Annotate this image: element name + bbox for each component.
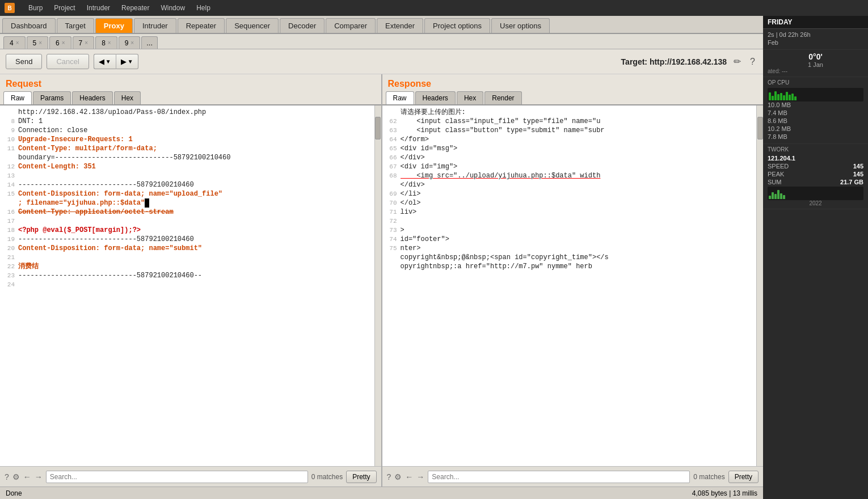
sidebar-time-info: 2s | 0d 22h 26h Feb bbox=[763, 29, 868, 50]
code-line: 73 > bbox=[382, 226, 757, 235]
peak-row: PEAK 145 bbox=[768, 171, 863, 177]
response-forward-search-button[interactable]: → bbox=[416, 472, 424, 481]
response-code-area[interactable]: 请选择要上传的图片: 62 <input class="input_file" … bbox=[382, 105, 757, 466]
menu-burp[interactable]: Burp bbox=[24, 3, 47, 13]
response-scrollbar-thumb[interactable] bbox=[757, 117, 763, 139]
cpu-bar-9 bbox=[791, 94, 794, 100]
menu-help[interactable]: Help bbox=[192, 3, 215, 13]
close-tab-5[interactable]: × bbox=[39, 40, 42, 46]
close-tab-8[interactable]: × bbox=[108, 40, 111, 46]
code-line: 66 </div> bbox=[382, 153, 757, 162]
cpu-bar-6 bbox=[783, 95, 785, 100]
nav-forward-button[interactable]: ▶ ▼ bbox=[116, 54, 138, 69]
send-button[interactable]: Send bbox=[6, 54, 42, 69]
tab-project-options[interactable]: Project options bbox=[424, 18, 490, 33]
sidebar-date: 1 Jan bbox=[768, 61, 863, 68]
title-bar: B Burp Project Intruder Repeater Window … bbox=[0, 0, 868, 16]
help-button[interactable]: ? bbox=[748, 56, 757, 68]
net-bar-2 bbox=[772, 192, 774, 199]
close-tab-7[interactable]: × bbox=[85, 40, 88, 46]
nav-back-button[interactable]: ◀ ▼ bbox=[94, 54, 116, 69]
menu-project[interactable]: Project bbox=[49, 3, 79, 13]
menu-window[interactable]: Window bbox=[156, 3, 189, 13]
nav-tabs: Dashboard Target Proxy Intruder Repeater… bbox=[0, 16, 763, 34]
tab-dashboard[interactable]: Dashboard bbox=[2, 18, 56, 33]
tab-extender[interactable]: Extender bbox=[377, 18, 423, 33]
request-settings-icon[interactable]: ⚙ bbox=[12, 472, 20, 481]
response-pretty-button[interactable]: Pretty bbox=[728, 471, 759, 483]
close-tab-4[interactable]: × bbox=[16, 40, 19, 46]
response-tab-render[interactable]: Render bbox=[484, 91, 521, 104]
code-line: 69 </li> bbox=[382, 189, 757, 198]
toolbar: Send Cancel ◀ ▼ ▶ ▼ Target: http://192.1… bbox=[0, 49, 763, 74]
sidebar-uptime-row: 2s | 0d 22h 26h bbox=[768, 31, 863, 38]
request-scrollbar-thumb[interactable] bbox=[375, 117, 381, 139]
subtab-5[interactable]: 5× bbox=[27, 36, 49, 49]
sidebar-clock: 0°0' bbox=[768, 52, 863, 61]
request-scrollbar[interactable] bbox=[374, 105, 381, 466]
more-tabs-button[interactable]: ... bbox=[141, 36, 158, 49]
request-tab-raw[interactable]: Raw bbox=[3, 91, 32, 104]
code-line: 8 DNT: 1 bbox=[0, 117, 374, 126]
request-code-area[interactable]: http://192.168.42.138/upload/Pass-08/ind… bbox=[0, 105, 374, 466]
response-panel: Response Raw Headers Hex Render 请选择要上传的图… bbox=[382, 74, 764, 487]
tab-repeater[interactable]: Repeater bbox=[178, 18, 225, 33]
request-panel-content: http://192.168.42.138/upload/Pass-08/ind… bbox=[0, 105, 381, 466]
net-bar-5 bbox=[780, 193, 782, 199]
response-tab-hex[interactable]: Hex bbox=[457, 91, 483, 104]
close-tab-6[interactable]: × bbox=[62, 40, 65, 46]
code-line: http://192.168.42.138/upload/Pass-08/ind… bbox=[0, 108, 374, 117]
tab-intruder[interactable]: Intruder bbox=[134, 18, 176, 33]
tab-sequencer[interactable]: Sequencer bbox=[226, 18, 279, 33]
request-title: Request bbox=[0, 74, 381, 91]
response-tab-raw[interactable]: Raw bbox=[386, 91, 414, 104]
request-back-search-button[interactable]: ← bbox=[23, 472, 31, 481]
sidebar-day: FRIDAY bbox=[763, 16, 868, 29]
request-tab-headers[interactable]: Headers bbox=[72, 91, 112, 104]
menu-repeater[interactable]: Repeater bbox=[117, 3, 154, 13]
mem-row-1: 10.0 MB bbox=[768, 102, 863, 108]
request-forward-search-button[interactable]: → bbox=[35, 472, 43, 481]
code-line: 65 <div id="msg"> bbox=[382, 144, 757, 153]
response-back-search-button[interactable]: ← bbox=[405, 472, 413, 481]
code-line: 请选择要上传的图片: bbox=[382, 108, 757, 117]
net-bar-4 bbox=[777, 190, 779, 199]
cancel-button[interactable]: Cancel bbox=[47, 54, 89, 69]
tab-user-options[interactable]: User options bbox=[491, 18, 550, 33]
response-scrollbar[interactable] bbox=[756, 105, 763, 466]
response-settings-icon[interactable]: ⚙ bbox=[394, 472, 402, 481]
tab-decoder[interactable]: Decoder bbox=[280, 18, 325, 33]
net-bar-1 bbox=[769, 196, 771, 199]
request-search-input[interactable] bbox=[46, 471, 308, 483]
request-pretty-button[interactable]: Pretty bbox=[346, 471, 376, 483]
mem-row-4: 10.2 MB bbox=[768, 125, 863, 132]
request-search-bar: ? ⚙ ← → 0 matches Pretty bbox=[0, 466, 381, 487]
tab-target[interactable]: Target bbox=[57, 18, 94, 33]
subtab-8[interactable]: 8× bbox=[95, 36, 117, 49]
code-line: 63 <input class="button" type="submit" n… bbox=[382, 126, 757, 135]
subtab-9[interactable]: 9× bbox=[119, 36, 141, 49]
subtab-6[interactable]: 6× bbox=[49, 36, 71, 49]
panels: Request Raw Params Headers Hex http://19… bbox=[0, 74, 763, 487]
tab-proxy[interactable]: Proxy bbox=[95, 18, 133, 33]
cpu-bar-1 bbox=[769, 92, 771, 100]
menu-intruder[interactable]: Intruder bbox=[82, 3, 115, 13]
cpu-bar-7 bbox=[786, 92, 788, 100]
nav-back-forward: ◀ ▼ ▶ ▼ bbox=[94, 54, 138, 69]
code-line: 23 -----------------------------58792100… bbox=[0, 271, 374, 280]
sidebar-month-row: Feb bbox=[768, 39, 863, 46]
request-help-icon[interactable]: ? bbox=[5, 472, 9, 481]
request-tab-params[interactable]: Params bbox=[33, 91, 71, 104]
subtab-4[interactable]: 4× bbox=[3, 36, 26, 49]
close-tab-9[interactable]: × bbox=[130, 40, 134, 46]
response-tab-headers[interactable]: Headers bbox=[415, 91, 456, 104]
tab-comparer[interactable]: Comparer bbox=[326, 18, 376, 33]
sidebar-dated: ated: --- bbox=[768, 68, 863, 74]
request-tab-hex[interactable]: Hex bbox=[114, 91, 141, 104]
response-help-icon[interactable]: ? bbox=[387, 472, 391, 481]
target-label: Target: http://192.168.42.138 bbox=[621, 57, 727, 66]
edit-target-button[interactable]: ✏ bbox=[731, 55, 743, 68]
response-search-input[interactable] bbox=[428, 471, 690, 483]
code-line: 62 <input class="input_file" type="file"… bbox=[382, 117, 757, 126]
subtab-7[interactable]: 7× bbox=[73, 36, 95, 49]
